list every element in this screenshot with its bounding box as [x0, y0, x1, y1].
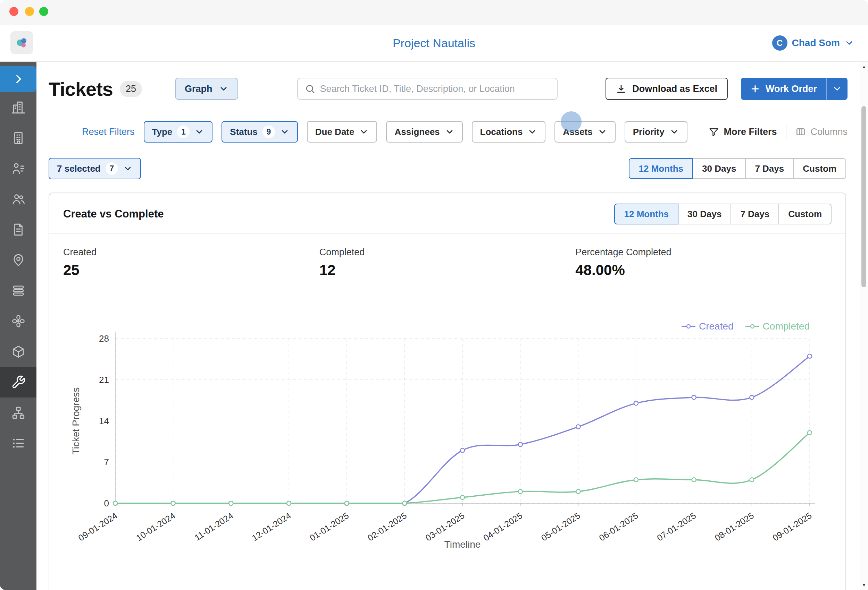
selected-filter-dropdown[interactable]: 7 selected 7: [49, 158, 141, 180]
funnel-icon: [709, 127, 719, 137]
sidebar-item-documents[interactable]: [0, 214, 37, 245]
card-tab-7-days[interactable]: 7 Days: [731, 204, 779, 224]
page-range-tabs: 12 Months 30 Days 7 Days Custom: [629, 158, 846, 179]
main-content: Tickets 25 Graph Download as Excel Work …: [37, 62, 860, 590]
card-tab-30-days[interactable]: 30 Days: [678, 204, 731, 224]
chart-legend: CreatedCompleted: [682, 321, 810, 332]
svg-text:14: 14: [99, 416, 109, 426]
filter-due-date[interactable]: Due Date: [307, 121, 377, 143]
filter-due-date-label: Due Date: [315, 127, 354, 137]
card-tab-custom[interactable]: Custom: [778, 204, 831, 224]
scroll-up-arrow[interactable]: ▲: [860, 64, 868, 69]
filter-status[interactable]: Status 9: [221, 121, 298, 143]
svg-text:04-01-2025: 04-01-2025: [481, 511, 524, 543]
scrollbar-thumb[interactable]: [861, 106, 866, 287]
selection-row: 7 selected 7 12 Months 30 Days 7 Days Cu…: [49, 157, 846, 180]
selected-filter-label: 7 selected: [57, 163, 101, 174]
svg-text:03-01-2025: 03-01-2025: [424, 511, 466, 543]
tab-custom[interactable]: Custom: [793, 158, 846, 179]
sidebar: [0, 62, 37, 590]
chevron-down-icon: [844, 38, 854, 48]
svg-text:06-01-2025: 06-01-2025: [597, 511, 640, 543]
legend-item-completed[interactable]: Completed: [745, 321, 810, 332]
window-titlebar: [0, 0, 868, 25]
card-tab-12-months[interactable]: 12 Months: [614, 204, 678, 224]
sidebar-item-city[interactable]: [0, 92, 37, 123]
sidebar-item-people[interactable]: [0, 184, 37, 214]
svg-text:21: 21: [99, 375, 109, 385]
sidebar-item-worker[interactable]: [0, 153, 37, 184]
filter-assets-label: Assets: [563, 127, 592, 137]
tab-12-months[interactable]: 12 Months: [629, 158, 693, 179]
sidebar-item-list[interactable]: [0, 428, 37, 459]
scrollbar[interactable]: ▲ ▼: [860, 62, 868, 590]
chevron-down-icon: [123, 164, 133, 174]
chevron-down-icon: [669, 127, 679, 137]
window-zoom-button[interactable]: [39, 7, 48, 16]
chart-stats: Created 25 Completed 12 Percentage Compl…: [49, 234, 846, 278]
sidebar-item-tickets[interactable]: [0, 367, 37, 397]
tab-7-days[interactable]: 7 Days: [745, 158, 794, 179]
sidebar-item-assets[interactable]: [0, 337, 37, 367]
filter-locations-label: Locations: [480, 127, 523, 137]
work-order-button[interactable]: Work Order: [741, 78, 847, 100]
cube-icon: [11, 344, 26, 359]
plus-icon: [750, 84, 760, 94]
stat-completed-label: Completed: [319, 247, 576, 258]
line-chart: CreatedCompleted 0714212809-01-202410-01…: [63, 319, 834, 559]
document-icon: [11, 222, 26, 237]
sidebar-expand-button[interactable]: [0, 66, 37, 92]
search-field: [297, 78, 558, 100]
sidebar-item-hvac[interactable]: [0, 306, 37, 337]
view-selector-dropdown[interactable]: Graph: [175, 78, 238, 100]
window-close-button[interactable]: [9, 7, 18, 16]
window-minimize-button[interactable]: [25, 7, 34, 16]
filter-locations[interactable]: Locations: [472, 121, 546, 143]
scroll-down-arrow[interactable]: ▼: [860, 583, 868, 587]
reset-filters-link[interactable]: Reset Filters: [82, 127, 135, 137]
chart-canvas: 0714212809-01-202410-01-202411-01-202412…: [63, 319, 834, 559]
chevron-down-icon: [359, 127, 369, 137]
card-range-tabs: 12 Months 30 Days 7 Days Custom: [614, 204, 831, 224]
sidebar-item-hierarchy[interactable]: [0, 397, 37, 428]
chevron-down-icon: [195, 127, 204, 137]
columns-button[interactable]: Columns: [796, 127, 847, 137]
page-title: Tickets: [49, 78, 113, 100]
stat-completed: Completed 12: [319, 247, 576, 278]
people-icon: [11, 192, 26, 206]
svg-text:05-01-2025: 05-01-2025: [540, 511, 582, 543]
more-filters-button[interactable]: More Filters: [709, 127, 777, 137]
filter-assets[interactable]: Assets: [555, 121, 615, 143]
search-input[interactable]: [320, 84, 550, 94]
tab-30-days[interactable]: 30 Days: [692, 158, 746, 179]
toolbar: Tickets 25 Graph Download as Excel Work …: [49, 77, 847, 100]
legend-item-created[interactable]: Created: [682, 321, 734, 332]
sidebar-item-locations[interactable]: [0, 245, 37, 275]
filter-priority[interactable]: Priority: [624, 121, 688, 143]
chevron-right-icon: [12, 73, 24, 85]
columns-icon: [796, 127, 806, 137]
chevron-down-icon: [280, 127, 289, 137]
download-excel-button[interactable]: Download as Excel: [605, 78, 728, 100]
sidebar-item-rows[interactable]: [0, 275, 37, 306]
svg-text:10-01-2024: 10-01-2024: [134, 511, 177, 543]
worker-icon: [11, 161, 26, 176]
download-label: Download as Excel: [632, 84, 717, 94]
user-name: Chad Som: [792, 37, 840, 49]
filter-status-label: Status: [230, 127, 257, 137]
wrench-icon: [11, 375, 26, 390]
filter-type[interactable]: Type 1: [144, 121, 213, 143]
filter-assignees[interactable]: Assignees: [386, 121, 462, 143]
stat-percentage: Percentage Completed 48.00%: [575, 247, 831, 278]
legend-marker-icon: [682, 324, 695, 329]
card-header: Create vs Complete 12 Months 30 Days 7 D…: [49, 193, 846, 234]
stat-completed-value: 12: [319, 262, 576, 278]
sidebar-item-building[interactable]: [0, 123, 37, 153]
work-order-dropdown[interactable]: [827, 78, 847, 100]
legend-marker-icon: [745, 324, 759, 329]
location-pin-icon: [11, 253, 26, 268]
chevron-down-icon: [598, 127, 607, 137]
svg-text:09-01-2024: 09-01-2024: [77, 511, 119, 543]
user-menu[interactable]: C Chad Som: [772, 35, 854, 51]
card-title: Create vs Complete: [63, 208, 164, 220]
